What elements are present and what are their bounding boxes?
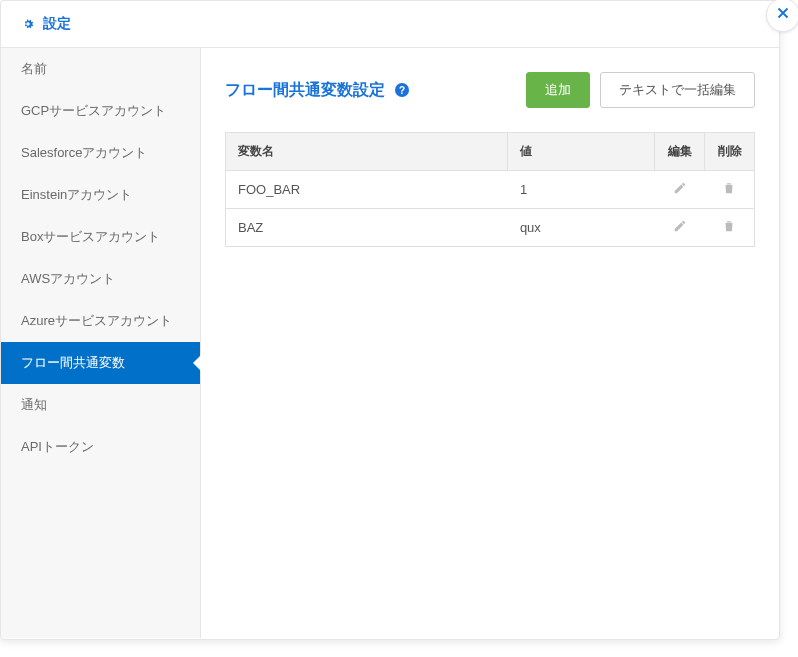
edit-icon[interactable] xyxy=(673,219,687,233)
sidebar-item[interactable]: Azureサービスアカウント xyxy=(1,300,200,342)
cell-delete xyxy=(705,209,755,247)
sidebar-item-label: フロー間共通変数 xyxy=(21,355,125,370)
sidebar-item-label: 名前 xyxy=(21,61,47,76)
modal-title: 設定 xyxy=(43,15,71,33)
table-header-row: 変数名 値 編集 削除 xyxy=(226,133,755,171)
bulk-edit-button[interactable]: テキストで一括編集 xyxy=(600,72,755,108)
page-title: フロー間共通変数設定 xyxy=(225,80,385,101)
sidebar-item[interactable]: AWSアカウント xyxy=(1,258,200,300)
main-content: フロー間共通変数設定 ? 追加 テキストで一括編集 変数名 値 編集 削除 xyxy=(201,48,779,638)
cell-edit xyxy=(655,171,705,209)
main-header: フロー間共通変数設定 ? 追加 テキストで一括編集 xyxy=(225,72,755,108)
sidebar-item[interactable]: Salesforceアカウント xyxy=(1,132,200,174)
sidebar-item[interactable]: APIトークン xyxy=(1,426,200,468)
sidebar-item[interactable]: Einsteinアカウント xyxy=(1,174,200,216)
cell-name: BAZ xyxy=(226,209,508,247)
sidebar-item-label: AWSアカウント xyxy=(21,271,115,286)
sidebar: 名前 GCPサービスアカウント Salesforceアカウント Einstein… xyxy=(1,48,201,638)
table-row: BAZ qux xyxy=(226,209,755,247)
cell-value: 1 xyxy=(508,171,655,209)
sidebar-item-label: 通知 xyxy=(21,397,47,412)
settings-modal: 設定 名前 GCPサービスアカウント Salesforceアカウント Einst… xyxy=(0,0,780,640)
cell-edit xyxy=(655,209,705,247)
sidebar-item[interactable]: GCPサービスアカウント xyxy=(1,90,200,132)
sidebar-item[interactable]: 通知 xyxy=(1,384,200,426)
sidebar-item[interactable]: Boxサービスアカウント xyxy=(1,216,200,258)
cell-name: FOO_BAR xyxy=(226,171,508,209)
modal-header: 設定 xyxy=(1,1,779,48)
sidebar-item-label: Azureサービスアカウント xyxy=(21,313,172,328)
sidebar-item-label: Boxサービスアカウント xyxy=(21,229,160,244)
cell-delete xyxy=(705,171,755,209)
sidebar-item-label: GCPサービスアカウント xyxy=(21,103,166,118)
sidebar-item[interactable]: 名前 xyxy=(1,48,200,90)
cell-value: qux xyxy=(508,209,655,247)
sidebar-item-label: Einsteinアカウント xyxy=(21,187,132,202)
gear-icon xyxy=(21,17,35,31)
table-row: FOO_BAR 1 xyxy=(226,171,755,209)
header-delete: 削除 xyxy=(705,133,755,171)
delete-icon[interactable] xyxy=(722,181,736,195)
header-value: 値 xyxy=(508,133,655,171)
header-name: 変数名 xyxy=(226,133,508,171)
close-button[interactable] xyxy=(766,0,798,32)
add-button[interactable]: 追加 xyxy=(526,72,590,108)
delete-icon[interactable] xyxy=(722,219,736,233)
sidebar-item[interactable]: フロー間共通変数 xyxy=(1,342,200,384)
header-edit: 編集 xyxy=(655,133,705,171)
sidebar-item-label: Salesforceアカウント xyxy=(21,145,147,160)
edit-icon[interactable] xyxy=(673,181,687,195)
close-icon xyxy=(774,4,792,26)
help-icon[interactable]: ? xyxy=(395,83,409,97)
sidebar-item-label: APIトークン xyxy=(21,439,94,454)
variables-table: 変数名 値 編集 削除 FOO_BAR 1 BAZ qux xyxy=(225,132,755,247)
